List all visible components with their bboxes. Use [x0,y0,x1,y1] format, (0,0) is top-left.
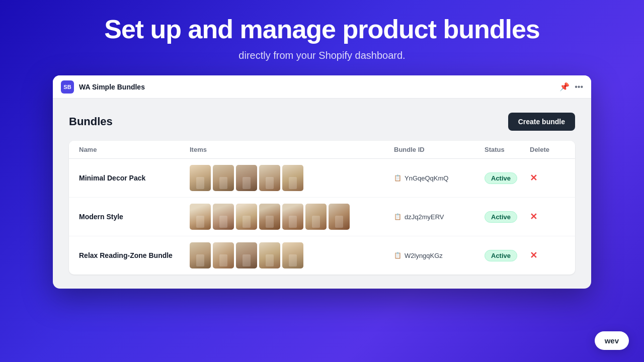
bundle-id-cell: 📋 dzJq2myERV [394,213,485,221]
delete-cell: ✕ [530,250,565,261]
delete-button[interactable]: ✕ [530,172,537,184]
row-name: Modern Style [79,213,190,221]
bundle-id-cell: 📋 W2lyngqKGz [394,252,485,259]
product-thumbnail [213,242,234,268]
product-thumbnail [329,204,350,230]
bundle-id-value: dzJq2myERV [405,213,444,221]
product-thumbnail [282,242,303,268]
bundles-title: Bundles [69,115,113,128]
pin-icon[interactable]: 📌 [559,82,570,92]
table-row: Relax Reading-Zone Bundle 📋 W2lyngqKGz A… [69,236,575,275]
product-thumbnail [236,165,257,191]
main-content: Bundles Create bundle Name Items Bundle … [53,99,591,289]
titlebar-actions: 📌 ••• [559,82,583,92]
status-cell: Active [485,211,530,223]
bundle-id-value: YnGqeQqKmQ [405,174,448,182]
product-thumbnail [190,242,211,268]
header-name: Name [79,146,190,153]
bundles-header: Bundles Create bundle [69,113,575,131]
product-thumbnail [259,242,280,268]
hero-title: Set up and manage product bundles [104,15,540,44]
row-name: Relax Reading-Zone Bundle [79,251,190,259]
table-header: Name Items Bundle ID Status Delete [69,141,575,159]
items-cell [190,242,394,268]
app-icon: SB [61,80,74,94]
items-cell [190,204,394,230]
header-items: Items [190,146,394,153]
status-cell: Active [485,172,530,184]
bundle-id-cell: 📋 YnGqeQqKmQ [394,174,485,182]
table-row: Modern Style 📋 dzJq2myERV Active [69,198,575,236]
delete-cell: ✕ [530,211,565,222]
product-thumbnail [236,242,257,268]
status-badge: Active [485,250,517,261]
product-thumbnail [305,204,327,230]
product-thumbnail [259,204,280,230]
product-thumbnail [236,204,257,230]
table-row: Minimal Decor Pack 📋 YnGqeQqKmQ Active ✕ [69,159,575,198]
status-cell: Active [485,250,530,261]
header-delete: Delete [530,146,565,153]
status-badge: Active [485,172,517,184]
titlebar: SB WA Simple Bundles 📌 ••• [53,75,591,99]
copy-icon[interactable]: 📋 [394,252,401,259]
app-window: SB WA Simple Bundles 📌 ••• Bundles Creat… [53,75,591,289]
product-thumbnail [190,165,211,191]
product-thumbnail [282,204,303,230]
copy-icon[interactable]: 📋 [394,174,401,182]
delete-button[interactable]: ✕ [530,250,537,261]
product-thumbnail [259,165,280,191]
copy-icon[interactable]: 📋 [394,213,401,220]
create-bundle-button[interactable]: Create bundle [508,113,575,131]
delete-cell: ✕ [530,172,565,184]
header-bundle-id: Bundle ID [394,146,485,153]
more-options-icon[interactable]: ••• [575,82,583,92]
product-thumbnail [213,165,234,191]
delete-button[interactable]: ✕ [530,211,537,222]
header-status: Status [485,146,530,153]
product-thumbnail [190,204,211,230]
bundle-id-value: W2lyngqKGz [405,252,443,259]
bundles-table: Name Items Bundle ID Status Delete Minim… [69,141,575,275]
product-thumbnail [282,165,303,191]
hero-subtitle: directly from your Shopify dashboard. [238,50,405,61]
row-name: Minimal Decor Pack [79,174,190,182]
product-thumbnail [213,204,234,230]
items-cell [190,165,394,191]
app-name: WA Simple Bundles [79,83,554,91]
status-badge: Active [485,211,517,223]
wev-badge: wev [595,331,629,350]
